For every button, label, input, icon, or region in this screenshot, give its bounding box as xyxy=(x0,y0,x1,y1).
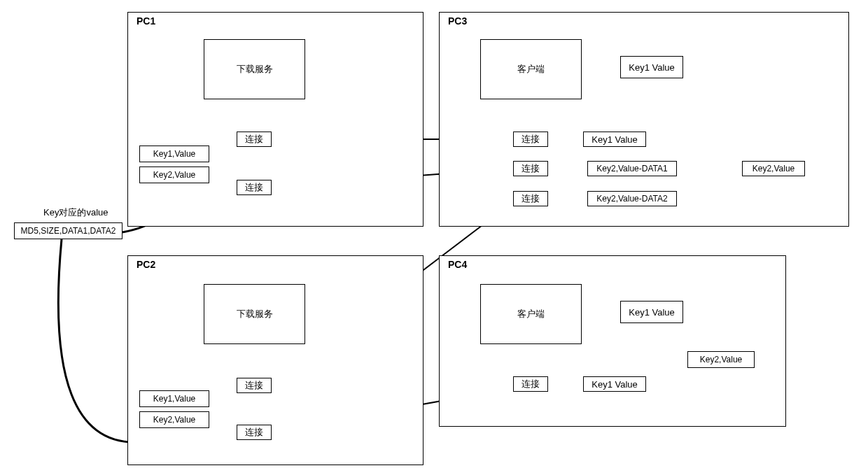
pc4-key1-mid: Key1 Value xyxy=(583,376,646,392)
pc2-db-row1: Key1,Value xyxy=(139,390,209,407)
pc3-label: PC3 xyxy=(448,15,467,27)
pc4-client: 客户端 xyxy=(480,284,582,344)
pc3-conn3: 连接 xyxy=(513,191,548,206)
pc1-conn2: 连接 xyxy=(237,180,272,195)
pc3-key1-top: Key1 Value xyxy=(620,56,683,78)
side-title: Key对应的value xyxy=(43,206,108,219)
pc2-service: 下载服务 xyxy=(204,284,305,344)
pc3-client: 客户端 xyxy=(480,39,582,99)
pc3-key1-mid: Key1 Value xyxy=(583,132,646,147)
pc3-conn1: 连接 xyxy=(513,132,548,147)
pc4-db-row: Key2,Value xyxy=(687,351,755,368)
pc4-conn1: 连接 xyxy=(513,376,548,392)
pc2-db-row2: Key2,Value xyxy=(139,411,209,428)
pc1-label: PC1 xyxy=(136,15,155,27)
pc3-key2data1: Key2,Value-DATA1 xyxy=(587,161,677,176)
pc1-service: 下载服务 xyxy=(204,39,305,99)
pc1-conn1: 连接 xyxy=(237,132,272,147)
pc2-conn1: 连接 xyxy=(237,378,272,393)
pc1-db-row1: Key1,Value xyxy=(139,146,209,162)
pc2-conn2: 连接 xyxy=(237,425,272,440)
pc4-key1-top: Key1 Value xyxy=(620,301,683,323)
side-value-box: MD5,SIZE,DATA1,DATA2 xyxy=(14,222,122,239)
pc1-db-row2: Key2,Value xyxy=(139,166,209,183)
pc3-key2value: Key2,Value xyxy=(742,161,805,176)
pc2-label: PC2 xyxy=(136,259,155,270)
pc4-label: PC4 xyxy=(448,259,467,270)
pc3-conn2: 连接 xyxy=(513,161,548,176)
pc3-key2data2: Key2,Value-DATA2 xyxy=(587,191,677,206)
